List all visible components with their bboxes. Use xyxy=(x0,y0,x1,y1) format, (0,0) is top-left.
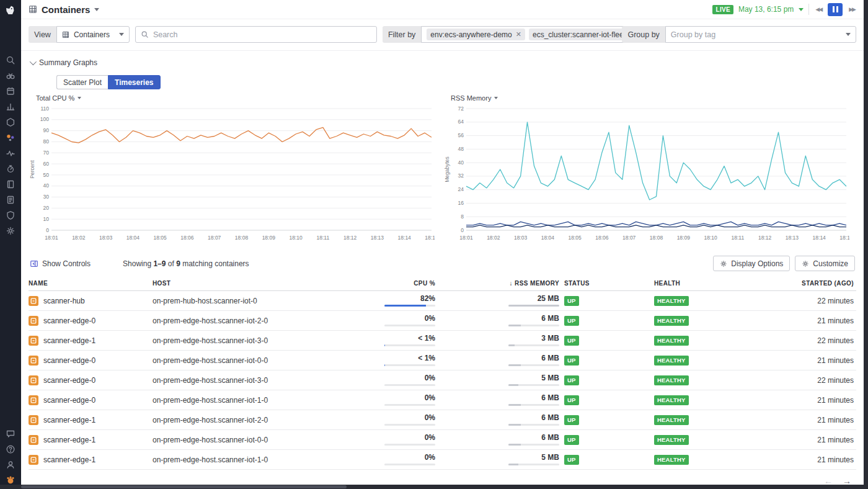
health-cell: HEALTHY xyxy=(654,450,797,470)
search-input[interactable] xyxy=(153,30,371,39)
status-badge: UP xyxy=(564,395,579,405)
time-chevron-down-icon[interactable] xyxy=(799,8,804,11)
table-row[interactable]: scanner-edge-0 on-prem-edge-host.scanner… xyxy=(29,311,856,331)
infrastructure-icon[interactable] xyxy=(6,117,16,127)
chat-icon[interactable] xyxy=(6,429,16,439)
live-badge[interactable]: LIVE xyxy=(712,5,733,14)
cpu-metric-dropdown[interactable]: Total CPU % xyxy=(36,94,435,102)
cpu-bar xyxy=(384,325,435,326)
view-dropdown[interactable]: Containers xyxy=(56,26,130,43)
started-cell: 21 minutes xyxy=(797,351,856,370)
table-row[interactable]: scanner-edge-1 on-prem-edge-host.scanner… xyxy=(29,331,856,351)
filter-tag[interactable]: env:ecs-anywhere-demo✕ xyxy=(427,29,525,40)
horizontal-scrollbar[interactable] xyxy=(0,485,868,489)
started-cell: 21 minutes xyxy=(797,390,856,410)
cpu-cell: 0% xyxy=(383,370,440,390)
notebooks-icon[interactable] xyxy=(6,179,16,189)
svg-text:18:10: 18:10 xyxy=(704,235,717,241)
memory-timeseries-chart[interactable]: 08162432404856647218:0118:0218:0318:0418… xyxy=(443,102,849,244)
page-title-group[interactable]: Containers xyxy=(29,4,99,15)
name-cell[interactable]: scanner-edge-1 xyxy=(29,430,153,450)
host-cell[interactable]: on-prem-edge-host.scanner-iot-1-0 xyxy=(153,450,383,470)
bits-ai-icon[interactable] xyxy=(6,475,16,485)
svg-text:18:11: 18:11 xyxy=(317,235,330,241)
summary-graphs-toggle[interactable]: Summary Graphs xyxy=(30,58,856,67)
tab-scatter-plot[interactable]: Scatter Plot xyxy=(56,75,108,89)
rss-value: 6 MB xyxy=(440,413,559,422)
pause-button[interactable] xyxy=(828,3,843,16)
memory-metric-dropdown[interactable]: RSS Memory xyxy=(451,94,849,102)
search-icon[interactable] xyxy=(6,55,16,65)
table-row[interactable]: scanner-edge-1 on-prem-edge-host.scanner… xyxy=(29,450,856,470)
table-row[interactable]: scanner-edge-0 on-prem-edge-host.scanner… xyxy=(29,370,856,390)
customize-button[interactable]: Customize xyxy=(795,256,855,271)
col-header-rss-memory[interactable]: ↓ RSS MEMORY xyxy=(440,275,564,291)
filter-by-group: Filter by env:ecs-anywhere-demo✕ ecs_clu… xyxy=(383,26,617,43)
containers-grid-icon xyxy=(29,5,37,14)
help-icon[interactable] xyxy=(6,444,16,454)
cpu-cell: 82% xyxy=(383,291,440,311)
name-cell[interactable]: scanner-edge-1 xyxy=(29,331,153,351)
host-cell[interactable]: on-prem-hub-host.scanner-iot-0 xyxy=(153,291,383,311)
security-icon[interactable] xyxy=(6,210,16,220)
logs-icon[interactable] xyxy=(6,195,16,205)
name-cell[interactable]: scanner-edge-0 xyxy=(29,390,153,410)
containers-icon[interactable] xyxy=(6,133,16,143)
col-header-name[interactable]: NAME xyxy=(29,275,153,291)
fast-forward-button[interactable]: ▶▶ xyxy=(848,5,856,14)
host-cell[interactable]: on-prem-edge-host.scanner-iot-0-0 xyxy=(153,430,383,450)
cpu-timeseries-chart[interactable]: 010203040506070809010011018:0118:0218:03… xyxy=(29,102,435,244)
group-by-input[interactable] xyxy=(671,30,841,39)
container-icon xyxy=(29,356,38,366)
host-cell[interactable]: on-prem-edge-host.scanner-iot-2-0 xyxy=(153,311,383,331)
host-cell[interactable]: on-prem-edge-host.scanner-iot-0-0 xyxy=(153,351,383,370)
search-box[interactable] xyxy=(135,26,377,43)
filter-tags-input[interactable]: env:ecs-anywhere-demo✕ ecs_cluster:scann… xyxy=(421,26,653,43)
apm-icon[interactable] xyxy=(6,164,16,174)
title-chevron-down-icon[interactable] xyxy=(94,8,99,11)
col-header-health[interactable]: HEALTH xyxy=(654,275,797,291)
show-controls-button[interactable]: Show Controls xyxy=(30,259,91,268)
group-by-chevron-down-icon[interactable] xyxy=(846,33,851,36)
vertical-scrollbar[interactable] xyxy=(864,0,868,485)
col-header-started[interactable]: STARTED (AGO) xyxy=(797,275,856,291)
pause-icon xyxy=(836,6,838,12)
scrollbar-thumb[interactable] xyxy=(21,485,347,488)
integrations-icon[interactable] xyxy=(6,226,16,236)
table-row[interactable]: scanner-edge-1 on-prem-edge-host.scanner… xyxy=(29,430,856,450)
name-cell[interactable]: scanner-edge-0 xyxy=(29,311,153,331)
table-row[interactable]: scanner-hub on-prem-hub-host.scanner-iot… xyxy=(29,291,856,311)
name-cell[interactable]: scanner-edge-1 xyxy=(29,410,153,430)
time-range-label[interactable]: May 13, 6:15 pm xyxy=(738,5,794,14)
host-cell[interactable]: on-prem-edge-host.scanner-iot-3-0 xyxy=(153,331,383,351)
col-header-status[interactable]: STATUS xyxy=(564,275,654,291)
monitors-icon[interactable] xyxy=(6,148,16,158)
datadog-logo[interactable] xyxy=(4,4,17,17)
display-options-button[interactable]: Display Options xyxy=(713,256,790,271)
col-header-host[interactable]: HOST xyxy=(153,275,383,291)
tab-timeseries[interactable]: Timeseries xyxy=(108,75,161,89)
table-row[interactable]: scanner-edge-0 on-prem-edge-host.scanner… xyxy=(29,351,856,370)
svg-text:24: 24 xyxy=(458,186,464,192)
svg-text:80: 80 xyxy=(43,138,50,145)
col-header-cpu[interactable]: CPU % xyxy=(383,275,440,291)
name-cell[interactable]: scanner-edge-0 xyxy=(29,370,153,390)
svg-text:16: 16 xyxy=(458,200,464,206)
dashboards-icon[interactable] xyxy=(6,102,16,112)
account-icon[interactable] xyxy=(6,460,16,470)
group-by-group: Group by xyxy=(622,26,856,43)
rewind-button[interactable]: ◀◀ xyxy=(814,5,823,14)
table-row[interactable]: scanner-edge-1 on-prem-edge-host.scanner… xyxy=(29,410,856,430)
host-cell[interactable]: on-prem-edge-host.scanner-iot-1-0 xyxy=(153,390,383,410)
group-by-input-box[interactable] xyxy=(665,26,856,43)
host-cell[interactable]: on-prem-edge-host.scanner-iot-2-0 xyxy=(153,410,383,430)
name-cell[interactable]: scanner-hub xyxy=(29,291,153,311)
table-row[interactable]: scanner-edge-0 on-prem-edge-host.scanner… xyxy=(29,390,856,410)
events-icon[interactable] xyxy=(6,86,16,96)
cpu-value: 82% xyxy=(383,294,435,303)
name-cell[interactable]: scanner-edge-0 xyxy=(29,351,153,370)
remove-tag-icon[interactable]: ✕ xyxy=(516,30,521,38)
watchdog-icon[interactable] xyxy=(6,71,16,81)
name-cell[interactable]: scanner-edge-1 xyxy=(29,450,153,470)
host-cell[interactable]: on-prem-edge-host.scanner-iot-3-0 xyxy=(153,370,383,390)
